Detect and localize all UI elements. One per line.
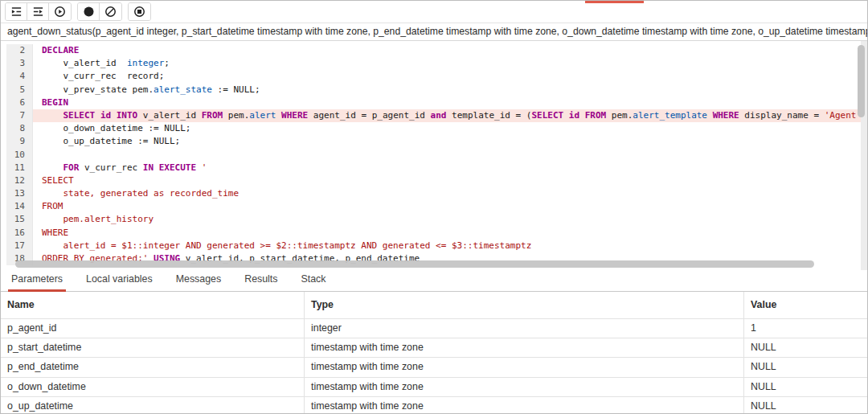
code-text[interactable]: pem.alert_history bbox=[33, 213, 867, 226]
line-number[interactable]: 6 bbox=[6, 96, 33, 109]
vertical-scrollbar-thumb[interactable] bbox=[858, 45, 865, 117]
filled-circle-icon bbox=[83, 6, 95, 18]
param-type-cell[interactable]: timestamp with time zone bbox=[305, 397, 744, 414]
code-text[interactable]: WHERE bbox=[33, 227, 867, 240]
breakpoint-margin[interactable] bbox=[1, 57, 6, 70]
line-number[interactable]: 4 bbox=[6, 70, 33, 83]
line-number[interactable]: 13 bbox=[6, 187, 33, 200]
breakpoint-margin[interactable] bbox=[1, 187, 6, 200]
line-number[interactable]: 5 bbox=[6, 84, 33, 96]
table-row[interactable]: o_down_datetimetimestamp with time zoneN… bbox=[1, 378, 867, 397]
param-name-cell[interactable]: o_down_datetime bbox=[1, 378, 305, 396]
breakpoint-margin[interactable] bbox=[1, 174, 6, 187]
breakpoint-margin[interactable] bbox=[1, 162, 6, 174]
stop-circle-icon bbox=[133, 6, 145, 18]
code-text[interactable]: SELECT bbox=[33, 174, 867, 187]
code-text[interactable]: o_down_datetime := NULL; bbox=[33, 122, 867, 135]
step-over-button[interactable] bbox=[27, 3, 49, 20]
breakpoint-margin[interactable] bbox=[1, 252, 6, 265]
code-text[interactable]: v_alert_id integer; bbox=[33, 57, 867, 70]
line-number[interactable]: 7 bbox=[6, 109, 33, 122]
code-text[interactable]: FROM bbox=[33, 200, 867, 213]
column-header-type: Type bbox=[305, 292, 744, 318]
param-name-cell[interactable]: p_start_datetime bbox=[1, 338, 305, 357]
step-into-icon bbox=[10, 6, 23, 18]
stop-button[interactable] bbox=[129, 3, 150, 20]
breakpoint-margin[interactable] bbox=[1, 84, 6, 96]
horizontal-scrollbar-thumb[interactable] bbox=[15, 260, 814, 268]
breakpoint-margin[interactable] bbox=[1, 96, 6, 109]
tab-stack[interactable]: Stack bbox=[300, 273, 328, 291]
continue-start-button[interactable] bbox=[49, 3, 71, 20]
breakpoint-margin[interactable] bbox=[1, 227, 6, 240]
table-row[interactable]: o_up_datetimetimestamp with time zoneNUL… bbox=[1, 397, 867, 414]
param-value-cell[interactable]: NULL bbox=[744, 358, 867, 376]
line-number[interactable]: 12 bbox=[6, 174, 33, 187]
tab-parameters[interactable]: Parameters bbox=[10, 273, 64, 291]
line-number[interactable]: 9 bbox=[6, 135, 33, 148]
code-text[interactable]: alert_id = $1::integer AND generated >= … bbox=[33, 240, 867, 252]
line-number[interactable]: 10 bbox=[6, 149, 33, 162]
code-text[interactable]: FOR v_curr_rec IN EXECUTE ' bbox=[33, 162, 867, 174]
param-type-cell[interactable]: timestamp with time zone bbox=[305, 358, 744, 376]
param-value-cell[interactable]: NULL bbox=[744, 378, 867, 396]
clear-all-breakpoints-button[interactable] bbox=[100, 3, 121, 20]
breakpoint-margin[interactable] bbox=[1, 109, 6, 122]
code-line: 13 state, generated as recorded_time bbox=[1, 187, 867, 200]
code-text[interactable]: o_up_datetime := NULL; bbox=[33, 135, 867, 148]
code-text[interactable]: state, generated as recorded_time bbox=[33, 187, 867, 200]
breakpoint-margin[interactable] bbox=[1, 240, 6, 252]
line-number[interactable]: 15 bbox=[6, 213, 33, 226]
toggle-breakpoint-button[interactable] bbox=[78, 3, 100, 20]
code-editor[interactable]: 2DECLARE3 v_alert_id integer;4 v_curr_re… bbox=[1, 41, 867, 270]
param-name-cell[interactable]: o_up_datetime bbox=[1, 397, 305, 414]
line-number[interactable]: 3 bbox=[6, 57, 33, 70]
play-circle-icon bbox=[54, 6, 66, 18]
tab-results[interactable]: Results bbox=[243, 273, 279, 291]
code-line: 3 v_alert_id integer; bbox=[1, 57, 867, 70]
code-text[interactable] bbox=[33, 149, 867, 162]
line-number[interactable]: 8 bbox=[6, 122, 33, 135]
param-value-cell[interactable]: NULL bbox=[744, 397, 867, 414]
code-line: 11 FOR v_curr_rec IN EXECUTE ' bbox=[1, 162, 867, 174]
step-into-button[interactable] bbox=[6, 3, 27, 20]
param-name-cell[interactable]: p_end_datetime bbox=[1, 358, 305, 376]
line-number[interactable]: 2 bbox=[6, 44, 33, 57]
param-type-cell[interactable]: integer bbox=[305, 319, 744, 338]
code-line: 12SELECT bbox=[1, 174, 867, 187]
line-number[interactable]: 16 bbox=[6, 227, 33, 240]
code-line: 15 pem.alert_history bbox=[1, 213, 867, 226]
breakpoint-margin[interactable] bbox=[1, 149, 6, 162]
code-lines: 2DECLARE3 v_alert_id integer;4 v_curr_re… bbox=[1, 41, 867, 265]
code-text[interactable]: v_prev_state pem.alert_state := NULL; bbox=[33, 84, 867, 96]
breakpoint-margin[interactable] bbox=[1, 122, 6, 135]
line-number[interactable]: 17 bbox=[6, 240, 33, 252]
code-line-highlighted: 7 SELECT id INTO v_alert_id FROM pem.ale… bbox=[1, 109, 867, 122]
code-text[interactable]: BEGIN bbox=[33, 96, 867, 109]
code-text[interactable]: SELECT id INTO v_alert_id FROM pem.alert… bbox=[33, 109, 867, 122]
active-panel-accent-bar bbox=[585, 1, 644, 3]
code-text[interactable]: v_curr_rec record; bbox=[33, 70, 867, 83]
param-type-cell[interactable]: timestamp with time zone bbox=[305, 378, 744, 396]
param-type-cell[interactable]: timestamp with time zone bbox=[305, 338, 744, 357]
param-value-cell[interactable]: 1 bbox=[744, 319, 867, 338]
breakpoint-margin[interactable] bbox=[1, 200, 6, 213]
breakpoint-margin[interactable] bbox=[1, 135, 6, 148]
param-name-cell[interactable]: p_agent_id bbox=[1, 319, 305, 338]
tab-local-variables[interactable]: Local variables bbox=[84, 273, 154, 291]
table-row[interactable]: p_start_datetimetimestamp with time zone… bbox=[1, 338, 867, 358]
line-number[interactable]: 14 bbox=[6, 200, 33, 213]
step-over-icon bbox=[32, 6, 44, 18]
code-text[interactable]: DECLARE bbox=[33, 44, 867, 57]
table-row[interactable]: p_agent_idinteger1 bbox=[1, 319, 867, 338]
breakpoint-margin[interactable] bbox=[1, 213, 6, 226]
toolbar-button-group bbox=[77, 2, 122, 21]
tab-messages[interactable]: Messages bbox=[174, 273, 223, 291]
param-value-cell[interactable]: NULL bbox=[744, 338, 867, 357]
breakpoint-margin[interactable] bbox=[1, 70, 6, 83]
breakpoint-margin[interactable] bbox=[1, 44, 6, 57]
line-number[interactable]: 11 bbox=[6, 162, 33, 174]
code-line: 10 bbox=[1, 149, 867, 162]
code-line: 6BEGIN bbox=[1, 96, 867, 109]
table-row[interactable]: p_end_datetimetimestamp with time zoneNU… bbox=[1, 358, 867, 377]
